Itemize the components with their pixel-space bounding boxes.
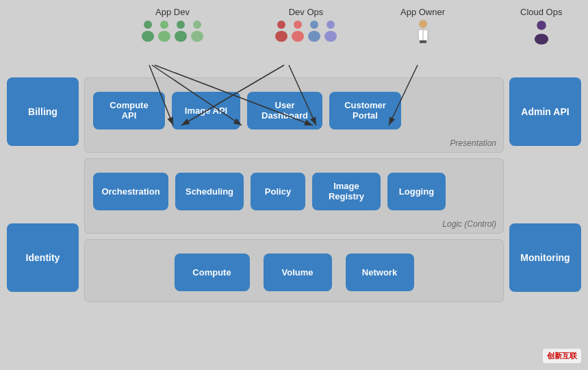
user-dashboard-box: User Dashboard [247,92,322,130]
presentation-label: Presentation [450,138,496,148]
resource-section: Compute Volume Network [84,239,504,302]
person-icon-8 [323,20,338,42]
svg-point-6 [193,21,201,29]
presentation-section: Compute API Image API User Dashboard Cus… [84,77,504,153]
left-column: Billing Identity [7,77,79,363]
resource-boxes: Compute Volume Network [93,248,495,296]
customer-portal-box: Customer Portal [329,92,401,130]
svg-point-21 [535,34,548,45]
persona-app-dev: App Dev [140,7,205,42]
network-box: Network [346,254,414,291]
persona-app-owner: App Owner [400,7,445,45]
billing-box: Billing [7,77,79,146]
svg-point-3 [158,31,170,42]
logic-boxes: Orchestration Scheduling Policy Image Re… [93,167,495,215]
svg-point-14 [327,21,335,29]
person-icon-6 [290,20,305,42]
svg-point-11 [292,31,304,42]
persona-app-owner-label: App Owner [400,7,445,17]
person-icon-1 [140,20,155,42]
orchestration-box: Orchestration [93,173,168,210]
persona-app-dev-icons [140,20,205,42]
image-api-box: Image API [172,92,240,130]
presentation-boxes: Compute API Image API User Dashboard Cus… [93,86,495,134]
content-area: Billing Identity Compute API Image API [7,77,581,363]
policy-box: Policy [251,173,305,210]
person-icon-9 [413,20,433,45]
svg-point-8 [277,21,285,29]
svg-point-0 [144,21,152,29]
persona-app-dev-label: App Dev [155,7,190,17]
person-icon-10 [532,20,551,45]
watermark: 创新互联 [543,349,581,363]
logic-label: Logic (Control) [442,219,496,229]
svg-point-12 [310,21,318,29]
svg-point-15 [324,31,337,42]
right-column: Admin API Monitoring [509,77,581,363]
svg-point-20 [537,21,546,30]
persona-app-owner-icons [413,20,433,45]
persona-dev-ops-icons [274,20,338,42]
person-icon-4 [190,20,205,42]
admin-api-box: Admin API [509,77,581,146]
identity-box: Identity [7,223,79,292]
svg-rect-19 [420,40,426,43]
scheduling-box: Scheduling [175,173,244,210]
logic-section: Orchestration Scheduling Policy Image Re… [84,158,504,234]
person-icon-7 [307,20,322,42]
personas-row: App Dev [7,7,581,72]
person-icon-3 [173,20,188,42]
person-icon-2 [157,20,172,42]
persona-dev-ops-label: Dev Ops [289,7,324,17]
main-container: App Dev [0,0,588,370]
persona-dev-ops: Dev Ops [274,7,338,42]
person-icon-5 [274,20,289,42]
svg-point-7 [191,31,203,42]
persona-cloud-ops-label: Cloud Ops [520,7,562,17]
svg-point-10 [294,21,302,29]
volume-box: Volume [264,254,332,291]
image-registry-box: Image Registry [312,173,381,210]
svg-point-4 [177,21,185,29]
logging-box: Logging [387,173,446,210]
persona-cloud-ops: Cloud Ops [520,7,562,45]
svg-point-13 [308,31,320,42]
persona-cloud-ops-icons [532,20,551,45]
svg-point-2 [160,21,168,29]
center-column: Compute API Image API User Dashboard Cus… [84,77,504,363]
monitoring-box: Monitoring [509,223,581,292]
svg-point-16 [419,20,427,28]
svg-point-5 [175,31,187,42]
svg-point-1 [142,31,154,42]
svg-point-9 [275,31,287,42]
compute-api-box: Compute API [93,92,165,130]
compute-box: Compute [175,254,250,291]
